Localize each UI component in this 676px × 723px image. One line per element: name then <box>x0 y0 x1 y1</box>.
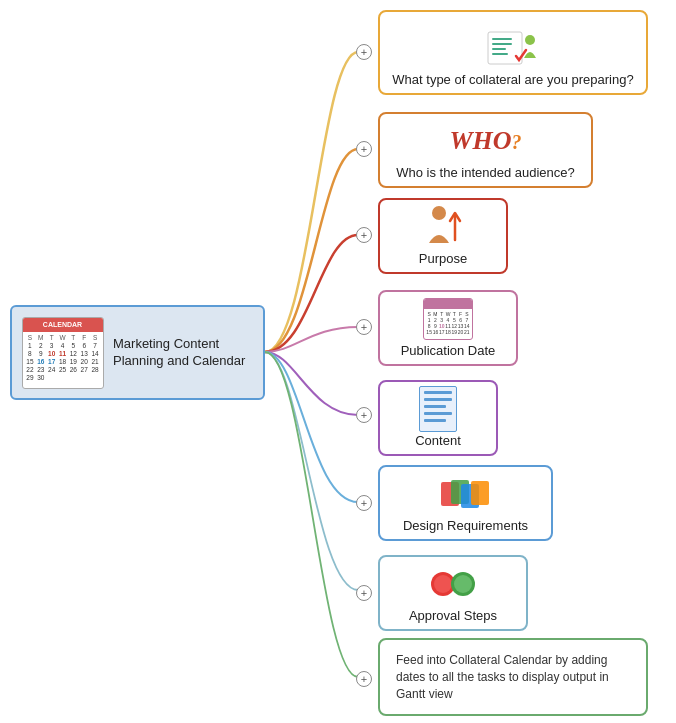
pubdate-icon: SMTWTFS 1234567 891011121314 15161718192… <box>418 296 478 341</box>
node-audience[interactable]: WHO? Who is the intended audience? <box>378 112 593 188</box>
plus-content[interactable]: + <box>356 407 372 423</box>
audience-label: Who is the intended audience? <box>396 165 575 180</box>
design-icon <box>436 471 496 516</box>
collateral-icon <box>483 25 543 70</box>
svg-point-5 <box>525 35 535 45</box>
svg-rect-2 <box>492 43 512 45</box>
approval-icon <box>423 561 483 606</box>
node-purpose[interactable]: Purpose <box>378 198 508 274</box>
center-calendar-image: CALENDAR S M T W T F S 1 2 3 4 5 6 7 <box>20 315 105 390</box>
node-content[interactable]: Content <box>378 380 498 456</box>
content-label: Content <box>415 433 461 448</box>
node-gantt[interactable]: Feed into Collateral Calendar by adding … <box>378 638 648 716</box>
plus-collateral[interactable]: + <box>356 44 372 60</box>
svg-point-6 <box>432 206 446 220</box>
pubdate-label: Publication Date <box>401 343 496 358</box>
plus-design[interactable]: + <box>356 495 372 511</box>
design-label: Design Requirements <box>403 518 528 533</box>
svg-rect-10 <box>471 481 489 505</box>
plus-gantt[interactable]: + <box>356 671 372 687</box>
plus-audience[interactable]: + <box>356 141 372 157</box>
collateral-label: What type of collateral are you preparin… <box>392 72 633 87</box>
node-design[interactable]: Design Requirements <box>378 465 553 541</box>
purpose-icon <box>413 204 473 249</box>
svg-point-14 <box>454 575 472 593</box>
center-node[interactable]: CALENDAR S M T W T F S 1 2 3 4 5 6 7 <box>10 305 265 400</box>
purpose-label: Purpose <box>419 251 467 266</box>
content-icon <box>408 386 468 431</box>
center-node-label: Marketing Content Planning and Calendar <box>113 336 255 370</box>
plus-approval[interactable]: + <box>356 585 372 601</box>
node-collateral[interactable]: What type of collateral are you preparin… <box>378 10 648 95</box>
gantt-label: Feed into Collateral Calendar by adding … <box>390 648 636 706</box>
approval-label: Approval Steps <box>409 608 497 623</box>
plus-pubdate[interactable]: + <box>356 319 372 335</box>
audience-icon: WHO? <box>456 118 516 163</box>
svg-rect-1 <box>492 38 512 40</box>
svg-rect-4 <box>492 53 508 55</box>
node-approval[interactable]: Approval Steps <box>378 555 528 631</box>
svg-rect-3 <box>492 48 506 50</box>
node-pubdate[interactable]: SMTWTFS 1234567 891011121314 15161718192… <box>378 290 518 366</box>
svg-point-12 <box>434 575 452 593</box>
mind-map-canvas: CALENDAR S M T W T F S 1 2 3 4 5 6 7 <box>0 0 676 723</box>
plus-purpose[interactable]: + <box>356 227 372 243</box>
